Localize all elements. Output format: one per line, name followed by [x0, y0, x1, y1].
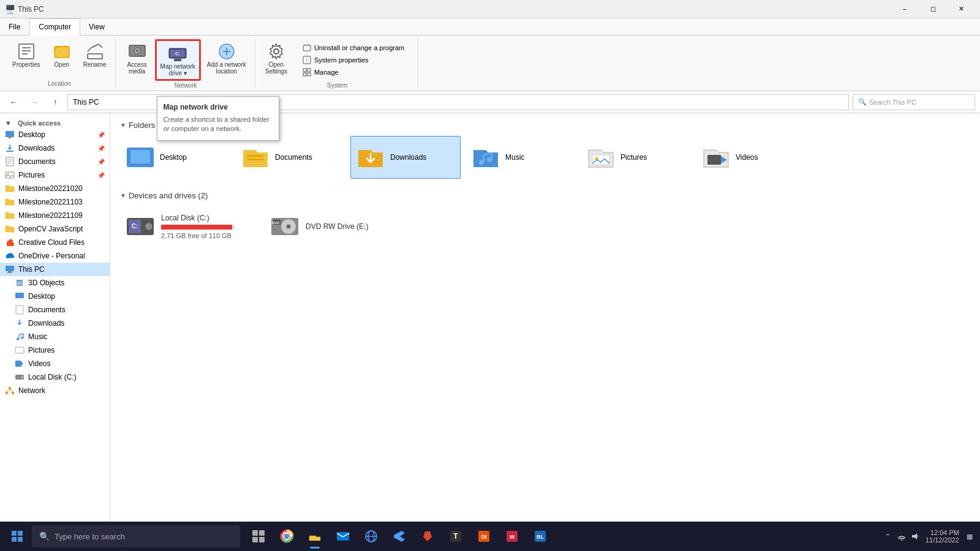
- sidebar-item-creative-cloud[interactable]: Creative Cloud Files: [0, 236, 110, 249]
- sidebar-item-network[interactable]: Network: [0, 384, 110, 397]
- maximize-button[interactable]: ◻: [919, 0, 947, 18]
- folder-item-videos[interactable]: Videos: [696, 136, 806, 179]
- open-label: Open: [54, 61, 69, 68]
- svg-rect-92: [18, 537, 23, 542]
- sidebar-item-desktop[interactable]: Desktop 📌: [0, 128, 110, 141]
- start-button[interactable]: [5, 524, 29, 549]
- desktop-pc-label: Desktop: [28, 292, 55, 301]
- title-bar-left: 🖥️ This PC: [5, 4, 44, 14]
- add-network-location-button[interactable]: Add a networklocation: [203, 39, 250, 77]
- svg-rect-93: [252, 530, 258, 536]
- taskbar-app-chrome[interactable]: [273, 523, 300, 550]
- sidebar-item-music[interactable]: Music: [0, 330, 110, 343]
- tab-view[interactable]: View: [80, 18, 114, 35]
- folder-item-music[interactable]: Music: [466, 136, 576, 179]
- taskbar-app-mail[interactable]: [330, 523, 356, 550]
- folder-item-documents[interactable]: Documents: [235, 136, 345, 179]
- sidebar-item-pictures[interactable]: Pictures 📌: [0, 168, 110, 182]
- properties-button[interactable]: Properties: [9, 39, 44, 70]
- svg-rect-96: [259, 537, 265, 542]
- tray-network-icon[interactable]: [896, 531, 907, 542]
- taskbar-app-explorer[interactable]: [301, 523, 328, 550]
- devices-section-title[interactable]: ▼ Devices and drives (2): [120, 191, 970, 200]
- drive-item-c[interactable]: C: Local Disk (C:) 2.71 GB free of 110 G…: [120, 206, 255, 247]
- svg-rect-26: [303, 73, 306, 76]
- system-properties-button[interactable]: i System properties: [298, 54, 408, 66]
- open-settings-button[interactable]: OpenSettings: [262, 39, 291, 77]
- folder-item-desktop[interactable]: Desktop: [120, 136, 230, 179]
- sidebar-item-local-disk[interactable]: Local Disk (C:): [0, 370, 110, 384]
- svg-point-54: [9, 387, 11, 389]
- sidebar-item-thispc[interactable]: This PC: [0, 263, 110, 276]
- desktop-icon: [5, 130, 15, 140]
- sidebar-quick-access-header[interactable]: ▼ Quick access: [0, 116, 110, 128]
- sidebar-item-pictures-pc[interactable]: Pictures: [0, 343, 110, 357]
- svg-point-56: [12, 392, 14, 394]
- taskbar-app-extra[interactable]: W: [499, 523, 526, 550]
- tray-sound-icon[interactable]: [910, 531, 921, 542]
- sidebar-item-onedrive[interactable]: OneDrive - Personal: [0, 249, 110, 263]
- forward-button[interactable]: →: [26, 94, 43, 111]
- taskbar-app-teams[interactable]: BL: [527, 523, 554, 550]
- svg-rect-29: [9, 137, 11, 138]
- system-properties-label: System properties: [314, 56, 369, 64]
- rename-button[interactable]: Rename: [80, 39, 110, 70]
- map-network-drive-label: Map networkdrive ▾: [160, 63, 195, 77]
- taskbar-app-task-view[interactable]: [245, 523, 272, 550]
- sidebar-item-downloads[interactable]: Downloads 📌: [0, 141, 110, 155]
- taskbar-app-gitlab[interactable]: [414, 523, 441, 550]
- minimize-button[interactable]: −: [891, 0, 919, 18]
- up-button[interactable]: ↑: [47, 94, 64, 111]
- sidebar-item-opencv[interactable]: OpenCV JavaScript: [0, 222, 110, 236]
- folder-item-downloads[interactable]: Downloads: [350, 136, 461, 179]
- notification-icon[interactable]: ▦: [964, 531, 975, 542]
- pictures-pc-icon: [15, 345, 24, 355]
- search-bar[interactable]: 🔍 Search This PC: [853, 94, 975, 110]
- tray-up-icon[interactable]: ⌃: [883, 531, 894, 542]
- svg-rect-38: [8, 271, 12, 272]
- svg-rect-62: [247, 159, 264, 160]
- search-icon: 🔍: [858, 98, 867, 106]
- taskbar-search-bar[interactable]: 🔍 Type here to search: [32, 525, 240, 547]
- svg-text:BL: BL: [537, 534, 544, 540]
- sidebar-item-documents-pc[interactable]: Documents: [0, 303, 110, 317]
- svg-point-112: [901, 539, 902, 541]
- taskbar-app-typora[interactable]: T: [442, 523, 469, 550]
- svg-rect-50: [15, 361, 21, 367]
- uninstall-button[interactable]: Uninstall or change a program: [298, 42, 408, 54]
- pictures-label: Pictures: [18, 171, 45, 179]
- taskbar-tray: ⌃: [883, 531, 921, 542]
- tab-file[interactable]: File: [0, 18, 29, 35]
- drive-c-name: Local Disk (C:): [161, 214, 235, 222]
- tab-computer[interactable]: Computer: [29, 18, 80, 36]
- sidebar-item-videos[interactable]: Videos: [0, 357, 110, 370]
- svg-text:C:: C:: [132, 223, 138, 230]
- sidebar-item-milestone2[interactable]: Milestone20221103: [0, 195, 110, 209]
- sidebar-item-milestone1[interactable]: Milestone20221020: [0, 182, 110, 195]
- manage-button[interactable]: Manage: [298, 66, 408, 78]
- creative-cloud-label: Creative Cloud Files: [18, 238, 85, 247]
- sidebar-item-downloads-pc[interactable]: Downloads: [0, 317, 110, 330]
- close-button[interactable]: ✕: [947, 0, 975, 18]
- svg-rect-70: [707, 155, 721, 165]
- sidebar-item-milestone3[interactable]: Milestone20221109: [0, 209, 110, 222]
- access-media-button[interactable]: Accessmedia: [122, 39, 153, 77]
- svg-rect-27: [307, 73, 311, 76]
- taskbar-app-vscode[interactable]: [386, 523, 413, 550]
- local-disk-label: Local Disk (C:): [28, 373, 77, 381]
- sidebar-item-documents[interactable]: Documents 📌: [0, 155, 110, 168]
- taskbar-app-drawio[interactable]: DI: [470, 523, 497, 550]
- open-icon: [52, 42, 72, 61]
- folder-item-pictures[interactable]: Pictures: [581, 136, 691, 179]
- sidebar-item-3d[interactable]: 3D 3D Objects: [0, 276, 110, 290]
- videos-label: Videos: [28, 359, 50, 368]
- taskbar-app-network[interactable]: [358, 523, 385, 550]
- back-button[interactable]: ←: [5, 94, 22, 111]
- open-button[interactable]: Open: [47, 39, 77, 70]
- sidebar-item-desktop-pc[interactable]: Desktop: [0, 290, 110, 303]
- svg-point-81: [287, 225, 290, 228]
- drive-item-e[interactable]: DVD DVD RW Drive (E:): [265, 206, 399, 247]
- taskbar-time[interactable]: 12:04 PM 11/12/2022: [925, 529, 959, 544]
- pictures-icon: [5, 170, 15, 180]
- map-network-drive-button[interactable]: C: Map networkdrive ▾ Map network drive …: [155, 39, 201, 81]
